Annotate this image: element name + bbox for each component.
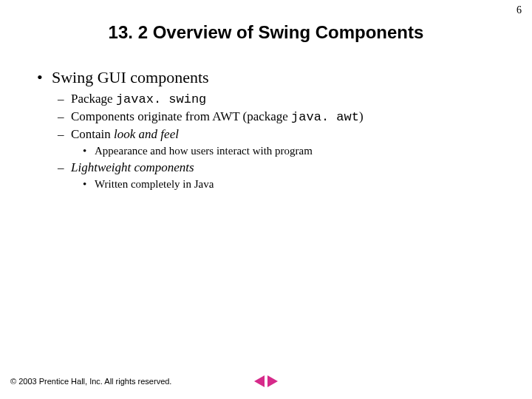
- emphasis-text: Lightweight components: [71, 160, 194, 174]
- bullet-level2: Components originate from AWT (package j…: [55, 109, 510, 124]
- bullet-text: Contain: [71, 127, 114, 141]
- prev-arrow-icon[interactable]: [254, 375, 265, 387]
- bullet-level2: Contain look and feel: [55, 127, 510, 142]
- bullet-text: Swing GUI components: [52, 68, 209, 86]
- bullet-level3: Written completely in Java: [81, 178, 510, 191]
- bullet-level3: Appearance and how users interact with p…: [81, 145, 510, 157]
- bullet-level2: Package javax. swing: [55, 92, 510, 106]
- bullet-level2: Lightweight components: [55, 160, 510, 175]
- slide-footer: © 2003 Prentice Hall, Inc. All rights re…: [10, 374, 522, 389]
- bullet-level1: Swing GUI components: [34, 68, 510, 87]
- copyright-text: © 2003 Prentice Hall, Inc. All rights re…: [10, 377, 171, 386]
- code-text: javax. swing: [116, 92, 206, 106]
- bullet-text: Written completely in Java: [95, 178, 214, 190]
- slide-content: Swing GUI components Package javax. swin…: [34, 68, 510, 191]
- bullet-text: Package: [71, 92, 116, 106]
- emphasis-text: look and feel: [114, 127, 179, 141]
- bullet-text: Components originate from AWT (package: [71, 109, 291, 123]
- next-arrow-icon[interactable]: [267, 375, 278, 387]
- bullet-text: ): [359, 109, 364, 123]
- code-text: java. awt: [291, 110, 359, 124]
- nav-arrows: [254, 375, 278, 387]
- bullet-text: Appearance and how users interact with p…: [95, 145, 313, 157]
- slide-title: 13. 2 Overview of Swing Components: [0, 22, 532, 43]
- page-number: 6: [516, 4, 522, 16]
